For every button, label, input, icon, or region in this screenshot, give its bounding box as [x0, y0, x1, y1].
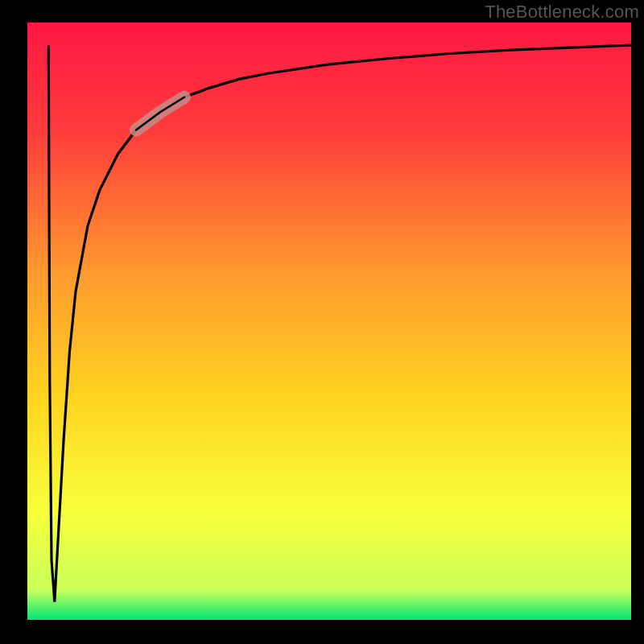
brand-watermark: TheBottleneck.com: [485, 2, 639, 23]
chart-container: TheBottleneck.com: [0, 0, 644, 644]
chart-svg: [0, 0, 644, 644]
plot-area: [27, 23, 631, 620]
